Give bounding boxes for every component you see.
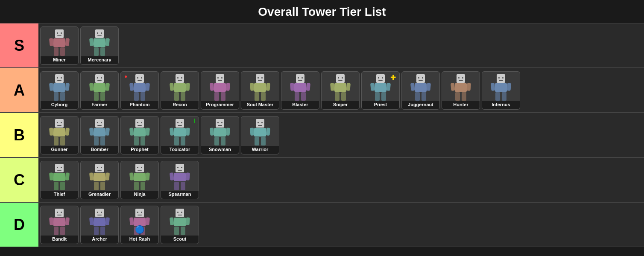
svg-rect-136: [97, 122, 98, 123]
svg-rect-207: [176, 164, 184, 172]
svg-rect-140: [89, 128, 94, 136]
tower-figure-farmer: [81, 73, 118, 101]
tower-card-prophet[interactable]: Prophet: [120, 116, 159, 154]
tower-figure-cyborg: [41, 73, 78, 101]
tower-card-hunter[interactable]: Hunter: [442, 71, 480, 110]
svg-rect-147: [138, 125, 142, 126]
svg-rect-183: [57, 170, 61, 171]
svg-rect-20: [61, 77, 62, 79]
svg-rect-99: [416, 74, 425, 83]
svg-rect-71: [261, 92, 266, 101]
svg-rect-135: [95, 119, 104, 128]
svg-rect-56: [221, 77, 222, 79]
tower-card-soul-master[interactable]: Soul Master: [241, 71, 279, 110]
svg-rect-95: [370, 83, 375, 91]
tower-card-programmer[interactable]: Programmer: [201, 71, 239, 110]
svg-rect-27: [95, 74, 104, 83]
svg-rect-127: [57, 122, 58, 123]
svg-rect-133: [54, 137, 59, 145]
tier-row-c: C Thief Grenadier: [0, 157, 644, 202]
svg-rect-53: [181, 92, 185, 101]
svg-rect-30: [97, 80, 102, 81]
svg-rect-225: [95, 209, 104, 217]
tower-figure-scout: [161, 208, 199, 236]
svg-rect-160: [174, 137, 179, 145]
tower-card-miner[interactable]: Miner: [40, 26, 79, 65]
svg-rect-173: [261, 122, 263, 123]
tower-card-thief[interactable]: Thief: [40, 161, 79, 199]
svg-rect-102: [419, 80, 423, 81]
svg-rect-205: [134, 182, 139, 190]
tower-card-gunner[interactable]: Gunner: [40, 116, 79, 154]
tower-card-toxicator[interactable]: |Toxicator: [161, 116, 199, 154]
tower-card-archer[interactable]: Archer: [80, 206, 119, 244]
svg-rect-211: [174, 173, 186, 181]
tower-card-warrior[interactable]: Warrior: [241, 116, 279, 154]
svg-rect-164: [221, 122, 222, 123]
tower-card-ninja[interactable]: Ninja: [120, 161, 159, 199]
svg-rect-237: [138, 215, 142, 215]
tower-card-hot-rash[interactable]: 🔵Hot Rash: [120, 206, 159, 244]
tower-name-blaster: Blaster: [281, 101, 319, 109]
tier-label-s: S: [0, 23, 38, 67]
tower-card-blaster[interactable]: Blaster: [281, 71, 319, 110]
tower-figure-toxicator: [161, 118, 199, 146]
svg-rect-119: [502, 77, 503, 79]
tower-card-priest[interactable]: ✚Priest: [361, 71, 400, 110]
tower-card-farmer[interactable]: Farmer: [80, 71, 119, 110]
svg-rect-226: [97, 212, 98, 213]
tower-name-prophet: Prophet: [121, 146, 158, 154]
tower-card-mercenary[interactable]: Mercenary: [80, 26, 119, 65]
svg-rect-163: [217, 122, 219, 123]
svg-rect-198: [135, 164, 144, 172]
svg-rect-57: [218, 80, 222, 81]
tower-card-cyborg[interactable]: Cyborg: [40, 71, 79, 110]
tower-name-snowman: Snowman: [201, 146, 239, 154]
tower-card-infernus[interactable]: Infernus: [482, 71, 520, 110]
svg-rect-89: [341, 92, 346, 101]
svg-rect-75: [298, 80, 302, 81]
svg-rect-192: [97, 170, 102, 171]
tower-name-hot-rash: Hot Rash: [121, 236, 158, 243]
tower-figure-sniper: [322, 73, 359, 101]
tier-items-b: Gunner Bomber Prophet: [38, 113, 644, 157]
tower-figure-ninja: [121, 163, 158, 191]
svg-rect-128: [61, 122, 62, 123]
svg-rect-87: [346, 83, 351, 91]
svg-rect-82: [338, 77, 339, 79]
tower-card-bandit[interactable]: Bandit: [40, 206, 79, 244]
svg-rect-145: [137, 122, 138, 123]
svg-rect-4: [53, 38, 65, 47]
tower-card-juggernaut[interactable]: Juggernaut: [401, 71, 440, 110]
tower-card-recon[interactable]: Recon: [161, 71, 199, 110]
svg-rect-218: [61, 212, 62, 213]
svg-rect-123: [506, 83, 511, 91]
svg-rect-185: [49, 172, 54, 180]
svg-rect-91: [378, 77, 379, 79]
tower-card-grenadier[interactable]: Grenadier: [80, 161, 119, 199]
svg-rect-111: [459, 80, 463, 81]
svg-rect-32: [89, 83, 94, 91]
tower-card-scout[interactable]: Scout: [161, 206, 199, 244]
svg-rect-25: [54, 92, 59, 101]
svg-rect-11: [101, 32, 102, 34]
svg-rect-219: [57, 215, 61, 215]
svg-rect-118: [498, 77, 500, 79]
tower-name-bandit: Bandit: [41, 236, 78, 243]
tower-card-sniper[interactable]: Sniper: [321, 71, 360, 110]
svg-rect-210: [178, 170, 182, 171]
svg-rect-79: [295, 92, 299, 101]
svg-rect-21: [57, 80, 61, 81]
svg-rect-40: [134, 83, 146, 92]
tower-card-bomber[interactable]: Bomber: [80, 116, 119, 154]
svg-rect-73: [298, 77, 299, 79]
svg-rect-61: [214, 92, 219, 101]
tower-card-spearman[interactable]: Spearman: [161, 161, 199, 199]
svg-rect-223: [54, 227, 59, 235]
svg-rect-17: [100, 47, 105, 56]
svg-rect-190: [97, 167, 98, 168]
svg-rect-39: [138, 80, 142, 81]
svg-rect-26: [60, 92, 65, 101]
tower-card-phantom[interactable]: ●Phantom: [120, 71, 159, 110]
tower-card-snowman[interactable]: Snowman: [201, 116, 239, 154]
